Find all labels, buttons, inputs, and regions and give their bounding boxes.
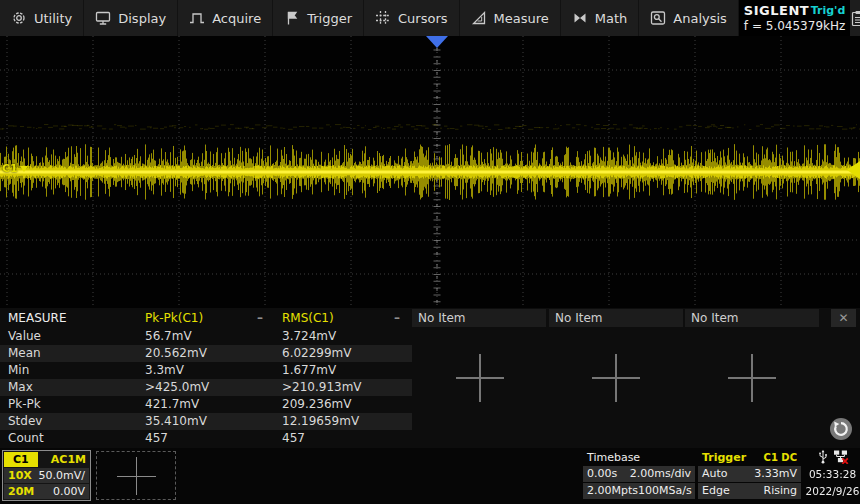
measure-column-rms[interactable]: RMS(C1) [282,308,334,328]
menu-trigger-label: Trigger [307,11,352,26]
timebase-sample-rate: 100MSa/s [638,483,692,499]
waveform-canvas [0,36,860,308]
row-label: Max [8,379,33,396]
measurement-header-row: MEASURE Pk-Pk(C1) – RMS(C1) – No Item No… [0,308,860,328]
menu-measure[interactable]: Measure [460,0,561,36]
channel-offset: 0.00V [53,484,85,499]
menu-cursors-label: Cursors [398,11,448,26]
trigger-type: Edge [702,483,730,499]
row-value-rms: 3.724mV [282,328,336,345]
timebase-memory: 2.00Mpts [587,483,638,499]
measure-row-pkpk: Pk-Pk 421.7mV 209.236mV [0,396,412,413]
row-label: Value [8,328,41,345]
row-value-rms: 12.19659mV [282,413,359,430]
menu-measure-label: Measure [494,11,549,26]
waveform-display[interactable]: C1 [0,36,860,308]
collapse-pkpk-button[interactable]: – [257,308,263,328]
add-measurement-slot-3[interactable] [728,354,776,402]
row-value-pkpk: >425.0mV [145,379,209,396]
menu-utility-label: Utility [34,11,72,26]
brand-block: SIGLENT Trig'd f = 5.045379kHz [739,0,850,36]
menu-display[interactable]: Display [84,0,178,36]
timebase-descriptor[interactable]: Timebase 0.00s 2.00ms/div 2.00Mpts 100MS… [583,450,695,500]
trigger-level-marker[interactable] [847,161,860,179]
measure-row-stdev: Stdev 35.410mV 12.19659mV [0,413,412,430]
channel-offset-marker[interactable]: C1 [2,162,28,175]
timebase-delay: 0.00s [587,466,617,482]
trigger-mode: Auto [702,466,728,482]
menu-analysis[interactable]: Analysis [639,0,739,36]
add-measurement-slot-1[interactable] [456,354,504,402]
row-value-pkpk: 457 [145,430,168,447]
measure-column-pkpk[interactable]: Pk-Pk(C1) [145,308,203,328]
add-measurement-slot-2[interactable] [592,354,640,402]
menu-analysis-label: Analysis [673,11,727,26]
menu-math-label: Math [595,11,628,26]
display-icon [95,10,111,26]
gear-icon [11,10,27,26]
trigger-flag-icon [284,10,300,26]
row-label: Mean [8,345,41,362]
analysis-icon [650,10,666,26]
channel-bandwidth: 20M [8,484,34,499]
row-value-pkpk: 421.7mV [145,396,199,413]
math-icon [572,10,588,26]
system-status: 05:33:28 2022/9/26 [805,450,860,502]
row-value-pkpk: 20.562mV [145,345,207,362]
measure-row-count: Count 457 457 [0,430,412,447]
row-label: Pk-Pk [8,396,41,413]
reset-statistics-button[interactable] [829,417,853,441]
save-button[interactable]: SAVE [850,0,860,36]
row-value-rms: 457 [282,430,305,447]
channel-offset-arrow-icon [20,166,28,172]
save-icon [850,10,860,27]
channel-1-descriptor[interactable]: C1 AC1M 10X 50.0mV/ 20M 0.00V [2,450,91,501]
measure-column-empty-1[interactable]: No Item [412,309,546,327]
channel-1-chip[interactable]: C1 [4,452,38,467]
bottom-status-bar: C1 AC1M 10X 50.0mV/ 20M 0.00V Timebase 0… [0,448,860,504]
row-value-rms: >210.913mV [282,379,362,396]
menu-utility[interactable]: Utility [0,0,84,36]
channel-coupling: AC1M [51,453,86,466]
channel-attenuation: 10X [8,468,32,483]
trigger-frequency-readout: f = 5.045379kHz [744,19,845,33]
oscilloscope-screen: Utility Display Acquire Trigger [0,0,860,504]
measure-column-empty-2[interactable]: No Item [549,309,683,327]
add-channel-button[interactable] [96,451,176,500]
trigger-title: Trigger [702,450,746,466]
acquire-icon [189,10,205,26]
row-label: Stdev [8,413,42,430]
menu-math[interactable]: Math [561,0,640,36]
measure-row-max: Max >425.0mV >210.913mV [0,379,412,396]
measure-icon [471,10,487,26]
close-measure-panel-button[interactable]: ✕ [831,309,856,327]
top-menu-bar: Utility Display Acquire Trigger [0,0,860,36]
measure-row-min: Min 3.3mV 1.677mV [0,362,412,379]
trigger-descriptor[interactable]: Trigger C1 DC Auto 3.33mV Edge Rising [698,450,801,500]
menu-display-label: Display [118,11,166,26]
menu-cursors[interactable]: Cursors [364,0,460,36]
menu-trigger[interactable]: Trigger [273,0,364,36]
channel-offset-label: C1 [2,162,18,175]
channel-scale: 50.0mV/ [39,468,85,483]
trigger-slope: Rising [764,483,797,499]
trigger-level: 3.33mV [754,466,797,482]
measurement-panel: MEASURE Pk-Pk(C1) – RMS(C1) – No Item No… [0,308,860,448]
row-value-pkpk: 35.410mV [145,413,207,430]
cursors-icon [375,10,391,26]
row-value-pkpk: 56.7mV [145,328,192,345]
refresh-icon [829,417,853,441]
system-date: 2022/9/26 [805,483,860,500]
collapse-rms-button[interactable]: – [394,308,400,328]
timebase-scale: 2.00ms/div [630,466,691,482]
siglent-logo: SIGLENT [744,3,809,18]
menu-acquire[interactable]: Acquire [178,0,273,36]
row-value-pkpk: 3.3mV [145,362,184,379]
row-value-rms: 6.02299mV [282,345,352,362]
measure-column-empty-3[interactable]: No Item [685,309,819,327]
trigger-position-marker[interactable] [426,36,448,48]
system-time: 05:33:28 [805,466,860,483]
timebase-title: Timebase [587,450,640,466]
trigger-status-badge: Trig'd [811,4,846,17]
row-value-rms: 1.677mV [282,362,336,379]
